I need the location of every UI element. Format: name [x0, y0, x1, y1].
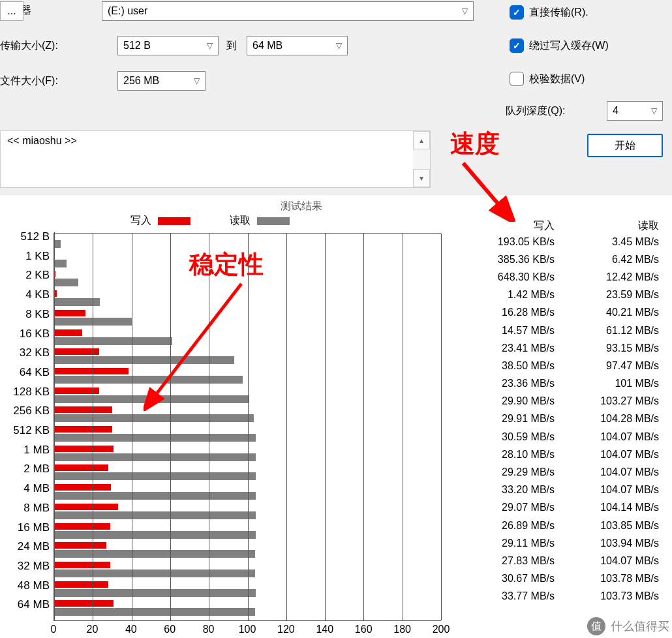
- speed-read-cell: 12.42 MB/s: [555, 271, 659, 283]
- check-data-label: 校验数据(V): [529, 72, 585, 86]
- chart-ylabel: 32 MB: [18, 560, 50, 573]
- legend-write-swatch: [158, 217, 191, 225]
- drive-value: (E:) user: [108, 5, 457, 17]
- speed-row: 193.05 KB/s3.45 MB/s: [457, 233, 664, 251]
- bar-read: [54, 608, 255, 616]
- transfer-max-dropdown[interactable]: 64 MB ▽: [247, 36, 348, 55]
- speed-write-cell: 29.11 MB/s: [457, 538, 555, 549]
- transfer-size-label: 传输大小(Z):: [0, 39, 58, 53]
- chevron-down-icon: ▽: [194, 76, 200, 85]
- chart-xtick: 160: [355, 624, 373, 635]
- description-text: << miaoshu >>: [7, 135, 77, 146]
- direct-transfer-checkbox[interactable]: ✓: [510, 5, 524, 20]
- chart-ylabel: 8 MB: [23, 502, 50, 515]
- direct-transfer-label: 直接传输(R).: [529, 6, 588, 20]
- speed-row: 30.67 MB/s103.78 MB/s: [457, 570, 664, 588]
- speed-header-write: 写入: [457, 219, 555, 233]
- speed-read-cell: 103.73 MB/s: [555, 590, 659, 602]
- bar-write: [54, 446, 114, 452]
- speed-row: 28.10 MB/s104.07 MB/s: [457, 446, 664, 463]
- speed-read-cell: 93.15 MB/s: [555, 342, 659, 354]
- chart-ylabel: 256 KB: [13, 404, 50, 418]
- chevron-down-icon: ▽: [651, 106, 657, 115]
- watermark-icon: 值: [587, 617, 605, 635]
- speed-read-cell: 40.21 MB/s: [555, 307, 659, 318]
- transfer-max-value: 64 MB: [252, 40, 331, 52]
- speed-write-cell: 23.36 MB/s: [457, 378, 555, 389]
- legend-read-label: 读取: [230, 214, 251, 228]
- chart-ylabel: 2 MB: [23, 463, 50, 476]
- speed-read-cell: 104.07 MB/s: [555, 466, 659, 478]
- bar-read: [54, 395, 249, 403]
- bar-read: [54, 260, 67, 267]
- description-box[interactable]: << miaoshu >> ▲ ▼: [0, 130, 431, 188]
- legend-read-swatch: [257, 217, 290, 225]
- bar-read: [54, 434, 256, 442]
- speed-write-cell: 38.50 MB/s: [457, 360, 555, 372]
- bar-write: [54, 329, 82, 336]
- speed-read-cell: 104.07 MB/s: [555, 431, 659, 443]
- queue-depth-dropdown[interactable]: 4 ▽: [607, 101, 663, 121]
- bar-read: [54, 453, 256, 461]
- chart-ylabel: 1 MB: [23, 444, 50, 457]
- speed-read-cell: 3.45 MB/s: [555, 236, 659, 248]
- chart-ylabel: 64 KB: [20, 366, 50, 379]
- scroll-down-button[interactable]: ▼: [413, 169, 430, 187]
- transfer-min-value: 512 B: [123, 40, 202, 52]
- bar-read: [54, 414, 254, 422]
- scroll-up-button[interactable]: ▲: [413, 131, 430, 149]
- chart-ylabel: 64 MB: [18, 598, 50, 611]
- speed-read-cell: 101 MB/s: [555, 378, 659, 389]
- speed-write-cell: 30.59 MB/s: [457, 431, 555, 443]
- bar-write: [54, 562, 110, 568]
- bar-write: [54, 406, 112, 413]
- bar-write: [54, 426, 112, 433]
- speed-header-read: 读取: [555, 219, 659, 233]
- bar-write: [54, 600, 114, 607]
- bar-read: [54, 550, 255, 558]
- speed-row: 385.36 KB/s6.42 MB/s: [457, 251, 664, 268]
- speed-read-cell: 103.85 MB/s: [555, 520, 659, 532]
- speed-row: 648.30 KB/s12.42 MB/s: [457, 268, 664, 286]
- speed-write-cell: 14.57 MB/s: [457, 325, 555, 337]
- speed-write-cell: 385.36 KB/s: [457, 254, 555, 266]
- chart-ylabel: 32 KB: [20, 346, 50, 359]
- chart-xtick: 200: [433, 624, 450, 635]
- speed-read-cell: 103.78 MB/s: [555, 573, 659, 585]
- chart-ylabel: 128 KB: [13, 386, 50, 399]
- speed-read-cell: 103.27 MB/s: [555, 395, 659, 407]
- speed-read-cell: 104.07 MB/s: [555, 484, 659, 496]
- bypass-cache-label: 绕过写入缓存(W): [529, 39, 609, 53]
- speed-read-cell: 104.28 MB/s: [555, 413, 659, 425]
- chart-ylabel: 24 MB: [18, 540, 50, 553]
- bar-write: [54, 484, 111, 491]
- bar-write: [54, 523, 110, 530]
- speed-row: 27.83 MB/s104.07 MB/s: [457, 552, 664, 570]
- chart-legend: 写入 读取: [130, 214, 290, 228]
- speed-write-cell: 29.07 MB/s: [457, 502, 555, 513]
- start-button[interactable]: 开始: [587, 134, 663, 157]
- speed-row: 1.42 MB/s23.59 MB/s: [457, 286, 664, 304]
- check-data-checkbox[interactable]: [510, 72, 524, 86]
- bar-read: [54, 376, 243, 384]
- browse-button[interactable]: ...: [0, 1, 23, 21]
- chart-ylabel: 4 MB: [23, 482, 50, 495]
- result-title: 测试结果: [281, 200, 322, 213]
- chart-xtick: 120: [277, 624, 295, 635]
- speed-write-cell: 28.10 MB/s: [457, 449, 555, 461]
- transfer-min-dropdown[interactable]: 512 B ▽: [117, 36, 219, 55]
- bypass-cache-checkbox[interactable]: ✓: [510, 38, 524, 53]
- speed-write-cell: 27.83 MB/s: [457, 555, 555, 567]
- bar-write: [54, 504, 118, 510]
- file-size-value: 256 MB: [123, 75, 189, 87]
- speed-row: 16.28 MB/s40.21 MB/s: [457, 304, 664, 322]
- speed-row: 14.57 MB/s61.12 MB/s: [457, 322, 664, 339]
- chart-ylabel: 2 KB: [25, 269, 50, 282]
- speed-write-cell: 23.41 MB/s: [457, 342, 555, 354]
- file-size-dropdown[interactable]: 256 MB ▽: [117, 71, 206, 91]
- speed-write-cell: 33.77 MB/s: [457, 590, 555, 602]
- bar-write: [54, 310, 85, 316]
- chart-ylabel: 16 MB: [18, 521, 50, 534]
- drive-dropdown[interactable]: (E:) user ▽: [102, 1, 474, 21]
- chart-ylabel: 512 KB: [13, 424, 50, 437]
